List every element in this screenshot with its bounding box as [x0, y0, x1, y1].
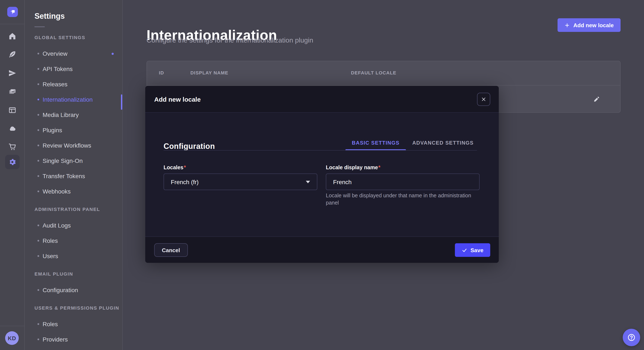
column-header-id: ID	[159, 70, 164, 75]
bullet-icon	[38, 129, 39, 131]
sidebar-item-label: Review Workflows	[42, 142, 91, 149]
display-name-field-label: Locale display name*	[326, 165, 380, 171]
page-subtitle: Configure the settings for the Internati…	[146, 37, 313, 44]
add-new-locale-modal: Add new locale Configuration BASIC SETTI…	[145, 86, 499, 263]
cart-icon[interactable]	[5, 140, 20, 154]
display-name-input-value: French	[333, 178, 352, 185]
locales-field-label: Locales*	[164, 165, 186, 171]
home-icon[interactable]	[5, 29, 20, 43]
sidebar-item-label: Overview	[42, 50, 68, 57]
display-name-input[interactable]: French	[326, 174, 480, 190]
sidebar-item-label: Releases	[42, 81, 68, 88]
active-item-indicator	[121, 94, 122, 110]
section-divider	[164, 150, 477, 151]
rail-divider	[0, 24, 25, 24]
sidebar-item-media-library[interactable]: Media Library	[38, 107, 122, 123]
sidebar-item-plugins[interactable]: Plugins	[38, 123, 122, 138]
sidebar-item-label: Single Sign-On	[42, 157, 83, 164]
layout-icon[interactable]	[5, 103, 20, 117]
bullet-icon	[38, 99, 39, 100]
bullet-icon	[38, 255, 39, 257]
modal-title: Add new locale	[154, 96, 200, 103]
cloud-icon[interactable]	[5, 121, 20, 136]
bullet-icon	[38, 83, 39, 85]
sidebar-item-overview[interactable]: Overview	[38, 46, 122, 61]
sidebar-item-label: Providers	[42, 336, 68, 343]
sidebar-section-label: USERS & PERMISSIONS PLUGIN	[34, 305, 122, 311]
sidebar-item-internationalization[interactable]: Internationalization	[38, 92, 122, 107]
sidebar-item-label: API Tokens	[42, 65, 72, 72]
locales-label-text: Locales	[164, 165, 183, 171]
plus-icon	[564, 22, 570, 28]
bullet-icon	[38, 323, 39, 325]
sidebar-item-audit-logs[interactable]: Audit Logs	[38, 218, 122, 233]
locales-select[interactable]: French (fr)	[164, 174, 317, 190]
app-window: KD Settings GLOBAL SETTINGSOverviewAPI T…	[0, 0, 644, 350]
bullet-icon	[38, 190, 39, 192]
configuration-section-title: Configuration	[164, 142, 215, 151]
required-asterisk: *	[184, 165, 186, 171]
bullet-icon	[38, 224, 39, 226]
notification-dot	[112, 52, 114, 55]
rail-divider	[0, 326, 25, 326]
add-new-locale-label: Add new locale	[573, 22, 614, 28]
help-button[interactable]	[623, 329, 640, 346]
feather-icon[interactable]	[5, 47, 20, 62]
sidebar-item-configuration[interactable]: Configuration	[38, 282, 122, 298]
main-nav-rail: KD	[0, 0, 25, 350]
save-button[interactable]: Save	[455, 243, 490, 257]
sidebar-item-label: Transfer Tokens	[42, 173, 85, 179]
sidebar-section-label: EMAIL PLUGIN	[34, 271, 122, 276]
sidebar-item-releases[interactable]: Releases	[38, 77, 122, 92]
bullet-icon	[38, 240, 39, 242]
sidebar-item-roles[interactable]: Roles	[38, 316, 122, 332]
sidebar-item-label: Users	[42, 253, 58, 259]
bullet-icon	[38, 289, 39, 291]
sidebar-item-label: Configuration	[42, 287, 78, 293]
sidebar-item-label: Roles	[42, 237, 58, 244]
sidebar-item-label: Plugins	[42, 127, 62, 134]
bullet-icon	[38, 339, 39, 340]
sidebar-item-users[interactable]: Users	[38, 248, 122, 264]
sidebar-item-providers[interactable]: Providers	[38, 332, 122, 347]
sidebar-item-api-tokens[interactable]: API Tokens	[38, 61, 122, 77]
sidebar-item-single-sign-on[interactable]: Single Sign-On	[38, 153, 122, 169]
required-asterisk: *	[378, 165, 380, 171]
cancel-button[interactable]: Cancel	[154, 243, 188, 257]
edit-locale-button[interactable]	[590, 93, 602, 105]
column-header-default-locale: DEFAULT LOCALE	[351, 70, 396, 75]
avatar[interactable]: KD	[5, 331, 19, 345]
sidebar-title: Settings	[34, 12, 122, 21]
sidebar-section-label: GLOBAL SETTINGS	[34, 35, 122, 40]
sidebar-item-roles[interactable]: Roles	[38, 233, 122, 248]
add-new-locale-button[interactable]: Add new locale	[558, 18, 620, 32]
question-icon	[627, 333, 636, 342]
sidebar-item-label: Webhooks	[42, 188, 71, 195]
bullet-icon	[38, 145, 39, 146]
bullet-icon	[38, 175, 39, 177]
strapi-logo[interactable]	[7, 7, 18, 17]
close-modal-button[interactable]	[477, 93, 490, 106]
sidebar-section-label: ADMINISTRATION PANEL	[34, 207, 122, 212]
sidebar-item-label: Audit Logs	[42, 222, 71, 229]
check-icon	[462, 247, 467, 253]
paper-plane-icon[interactable]	[5, 66, 20, 80]
bullet-icon	[38, 68, 39, 70]
modal-header: Add new locale	[145, 86, 499, 113]
table-header-row: IDDISPLAY NAMEDEFAULT LOCALE	[147, 61, 620, 85]
sidebar-item-transfer-tokens[interactable]: Transfer Tokens	[38, 169, 122, 184]
gear-icon[interactable]	[5, 155, 20, 169]
tab-basic-settings[interactable]: BASIC SETTINGS	[346, 136, 406, 150]
display-name-label-text: Locale display name	[326, 165, 378, 171]
chevron-down-icon	[306, 180, 310, 183]
sidebar-item-label: Roles	[42, 321, 58, 328]
settings-sidebar: Settings GLOBAL SETTINGSOverviewAPI Toke…	[25, 0, 123, 350]
column-header-display-name: DISPLAY NAME	[190, 70, 228, 75]
modal-footer: Cancel Save	[145, 236, 499, 263]
media-icon[interactable]	[5, 85, 20, 99]
sidebar-title-divider	[34, 26, 45, 27]
sidebar-item-review-workflows[interactable]: Review Workflows	[38, 138, 122, 153]
sidebar-item-label: Internationalization	[42, 96, 93, 103]
sidebar-item-webhooks[interactable]: Webhooks	[38, 184, 122, 199]
tab-advanced-settings[interactable]: ADVANCED SETTINGS	[406, 136, 480, 150]
